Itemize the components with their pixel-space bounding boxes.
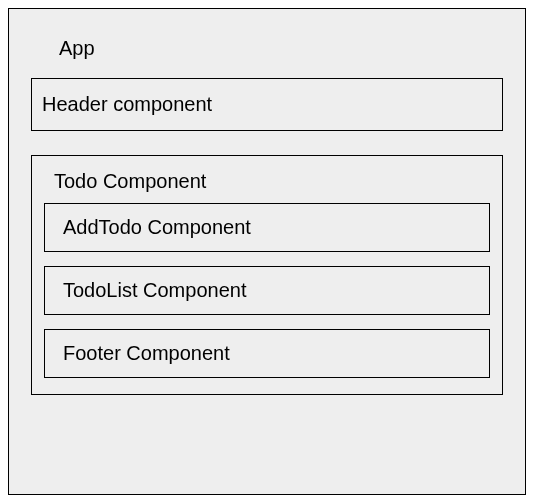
todo-component-box: Todo Component AddTodo Component TodoLis… xyxy=(31,155,503,395)
footer-component-box: Footer Component xyxy=(44,329,490,378)
app-container: App Header component Todo Component AddT… xyxy=(8,8,526,495)
footer-label: Footer Component xyxy=(63,342,230,364)
todolist-label: TodoList Component xyxy=(63,279,246,301)
addtodo-label: AddTodo Component xyxy=(63,216,251,238)
app-title: App xyxy=(31,29,503,78)
addtodo-component-box: AddTodo Component xyxy=(44,203,490,252)
header-component-box: Header component xyxy=(31,78,503,131)
todo-title: Todo Component xyxy=(44,166,490,203)
todolist-component-box: TodoList Component xyxy=(44,266,490,315)
header-label: Header component xyxy=(42,93,212,115)
